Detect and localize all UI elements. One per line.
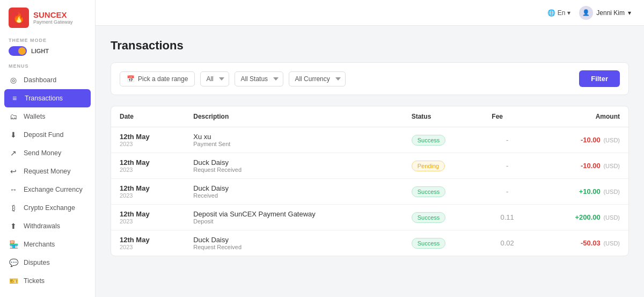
topbar: 🌐 En ▾ 👤 Jenni Kim ▾ xyxy=(96,0,644,26)
sidebar-item-wallets[interactable]: 🗂 Wallets xyxy=(0,107,95,126)
transactions-icon: ≡ xyxy=(10,94,19,103)
sidebar-item-label: Disputes xyxy=(24,259,50,266)
page-title: Transactions xyxy=(111,39,629,53)
status-badge: Success xyxy=(412,135,446,146)
theme-mode-label: LIGHT xyxy=(31,48,49,54)
cell-amount: -50.03 (USD) xyxy=(531,230,628,256)
sidebar-item-send-money[interactable]: ↗ Send Money xyxy=(0,144,95,162)
toggle-thumb xyxy=(18,47,26,55)
cell-description: Duck Daisy Received xyxy=(185,179,402,205)
col-fee: Fee xyxy=(483,106,531,127)
sidebar-item-label: Tickets xyxy=(24,277,45,285)
col-amount: Amount xyxy=(531,106,628,127)
exchange-currency-icon: ↔ xyxy=(9,185,18,194)
sidebar-item-merchants[interactable]: 🏪 Merchants xyxy=(0,235,95,253)
request-money-icon: ↩ xyxy=(9,167,18,176)
sidebar-item-request-money[interactable]: ↩ Request Money xyxy=(0,162,95,180)
sidebar-item-crypto-exchange[interactable]: ₿ Crypto Exchange xyxy=(0,199,95,217)
sidebar-item-withdrawals[interactable]: ⬆ Withdrawals xyxy=(0,217,95,235)
sidebar-item-label: Exchange Currency xyxy=(24,186,83,193)
cell-date: 12th May 2023 xyxy=(111,179,185,205)
table-row: 12th May 2023 Duck Daisy Request Receive… xyxy=(111,153,628,179)
globe-icon: 🌐 xyxy=(547,9,555,17)
withdrawals-icon: ⬆ xyxy=(9,222,18,230)
user-name: Jenni Kim xyxy=(596,9,625,17)
sidebar-item-label: Request Money xyxy=(24,168,71,175)
status-filter-select[interactable]: All Status xyxy=(235,71,283,86)
col-date: Date xyxy=(111,106,185,127)
cell-amount: -10.00 (USD) xyxy=(531,127,628,153)
table-header: Date Description Status Fee Amount xyxy=(111,106,628,127)
cell-status: Success xyxy=(403,179,484,205)
sidebar-item-label: Send Money xyxy=(24,149,61,157)
sidebar-item-deposit[interactable]: ⬇ Deposit Fund xyxy=(0,126,95,144)
content-area: Transactions 📅 Pick a date range All All… xyxy=(96,26,644,297)
table-row: 12th May 2023 Duck Daisy Received Succes… xyxy=(111,179,628,205)
col-description: Description xyxy=(185,106,402,127)
wallets-icon: 🗂 xyxy=(9,112,18,121)
cell-description: Deposit via SunCEX Payment Gateway Depos… xyxy=(185,205,402,230)
cell-description: Duck Daisy Request Received xyxy=(185,230,402,256)
theme-label: THEME MODE xyxy=(9,38,86,43)
date-placeholder: Pick a date range xyxy=(138,75,188,83)
deposit-icon: ⬇ xyxy=(9,131,18,139)
cell-fee: 0.11 xyxy=(483,205,531,230)
cell-fee: - xyxy=(483,153,531,179)
tickets-icon: 🎫 xyxy=(9,277,18,285)
cell-description: Xu xu Payment Sent xyxy=(185,127,402,153)
cell-date: 12th May 2023 xyxy=(111,205,185,230)
main-area: 🌐 En ▾ 👤 Jenni Kim ▾ Transactions 📅 Pick… xyxy=(96,0,644,297)
send-money-icon: ↗ xyxy=(9,149,18,157)
filter-button[interactable]: Filter xyxy=(579,70,620,87)
nav-menu: ◎ Dashboard ≡ Transactions 🗂 Wallets ⬇ D… xyxy=(0,71,95,290)
theme-section: THEME MODE LIGHT xyxy=(0,33,95,58)
sidebar-item-label: Crypto Exchange xyxy=(24,204,75,212)
dashboard-icon: ◎ xyxy=(9,76,18,84)
cell-amount: +200.00 (USD) xyxy=(531,205,628,230)
lang-label: En xyxy=(558,9,566,17)
lang-chevron: ▾ xyxy=(567,9,570,17)
table-row: 12th May 2023 Deposit via SunCEX Payment… xyxy=(111,205,628,230)
sidebar-item-label: Wallets xyxy=(24,113,46,120)
theme-toggle[interactable] xyxy=(9,46,27,56)
sidebar-item-tickets[interactable]: 🎫 Tickets xyxy=(0,272,95,290)
crypto-exchange-icon: ₿ xyxy=(9,204,18,212)
table-row: 12th May 2023 Duck Daisy Request Receive… xyxy=(111,230,628,256)
table-row: 12th May 2023 Xu xu Payment Sent Success… xyxy=(111,127,628,153)
cell-status: Success xyxy=(403,230,484,256)
sidebar-item-transactions[interactable]: ≡ Transactions xyxy=(4,89,91,107)
sidebar-item-exchange-currency[interactable]: ↔ Exchange Currency xyxy=(0,180,95,199)
transactions-table: Date Description Status Fee Amount 12th … xyxy=(111,106,628,256)
cell-date: 12th May 2023 xyxy=(111,127,185,153)
cell-status: Pending xyxy=(403,153,484,179)
all-filter-select[interactable]: All xyxy=(200,71,229,86)
cell-fee: - xyxy=(483,179,531,205)
cell-fee: - xyxy=(483,127,531,153)
col-status: Status xyxy=(403,106,484,127)
table-body: 12th May 2023 Xu xu Payment Sent Success… xyxy=(111,127,628,256)
cell-date: 12th May 2023 xyxy=(111,230,185,256)
cell-amount: +10.00 (USD) xyxy=(531,179,628,205)
logo: SUNCEX Payment Gateway xyxy=(0,0,95,33)
user-menu[interactable]: 👤 Jenni Kim ▾ xyxy=(579,6,631,20)
user-chevron: ▾ xyxy=(628,9,631,17)
transactions-table-container: Date Description Status Fee Amount 12th … xyxy=(111,106,629,256)
sidebar-item-label: Dashboard xyxy=(24,76,56,84)
sidebar-item-label: Transactions xyxy=(25,95,63,102)
filter-bar: 📅 Pick a date range All All Status All C… xyxy=(111,62,629,95)
calendar-icon: 📅 xyxy=(127,75,135,83)
cell-amount: -10.00 (USD) xyxy=(531,153,628,179)
currency-filter-select[interactable]: All Currency xyxy=(289,71,346,86)
cell-status: Success xyxy=(403,127,484,153)
language-selector[interactable]: 🌐 En ▾ xyxy=(547,9,571,17)
status-badge: Success xyxy=(412,212,446,223)
sidebar-item-dashboard[interactable]: ◎ Dashboard xyxy=(0,71,95,89)
cell-fee: 0.02 xyxy=(483,230,531,256)
sidebar-item-disputes[interactable]: 💬 Disputes xyxy=(0,253,95,272)
cell-description: Duck Daisy Request Received xyxy=(185,153,402,179)
status-badge: Success xyxy=(412,186,446,197)
logo-sub: Payment Gateway xyxy=(33,19,73,25)
status-badge: Pending xyxy=(412,161,445,171)
date-range-picker[interactable]: 📅 Pick a date range xyxy=(120,71,195,86)
status-badge: Success xyxy=(412,238,446,249)
